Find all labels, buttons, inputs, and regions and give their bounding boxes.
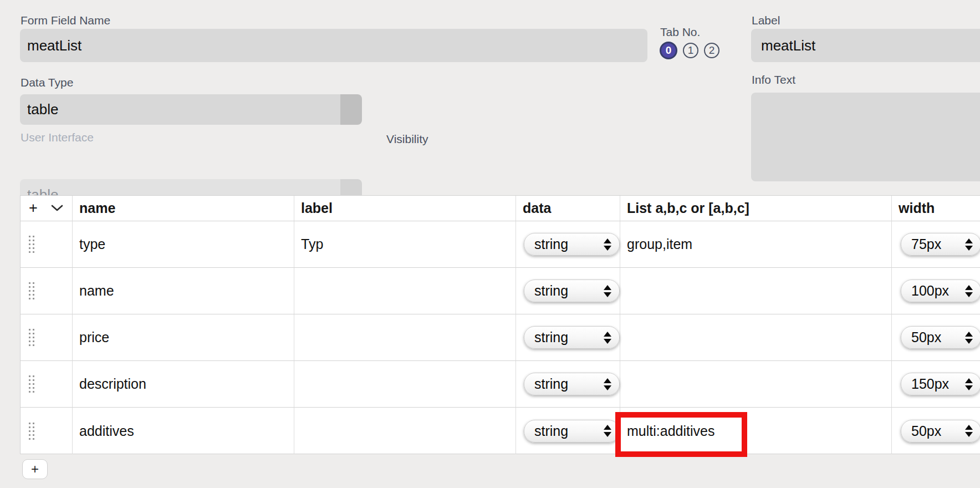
stepper-value: string	[534, 283, 568, 299]
cell-name[interactable]: type	[73, 221, 294, 268]
tab-no-group: 0 1 2	[660, 42, 719, 59]
cell-list[interactable]	[620, 361, 892, 408]
stepper-value: 100px	[911, 283, 949, 299]
drag-handle-icon[interactable]	[29, 329, 34, 346]
width-stepper[interactable]: 75px	[901, 233, 980, 256]
data-type-dropdown-strip	[340, 94, 362, 125]
stepper-value: 50px	[911, 329, 941, 345]
column-header-list: List a,b,c or [a,b,c]	[620, 196, 892, 221]
data-type-stepper[interactable]: string	[524, 326, 620, 349]
stepper-value: 75px	[911, 236, 941, 252]
columns-table: + name label data List a,b,c or [a,b,c] …	[20, 195, 980, 454]
drag-handle-icon[interactable]	[29, 236, 34, 253]
data-type-label: Data Type	[21, 76, 73, 89]
chevron-down-icon[interactable]	[51, 205, 63, 212]
stepper-arrows-icon	[604, 378, 611, 390]
cell-label[interactable]	[294, 408, 516, 454]
stepper-arrows-icon	[965, 425, 973, 437]
cell-width: 50px	[892, 408, 980, 454]
cell-list[interactable]: group,item	[620, 221, 892, 268]
cell-name[interactable]: description	[73, 361, 294, 408]
data-type-stepper[interactable]: string	[524, 373, 620, 395]
cell-width: 150px	[892, 361, 980, 408]
label-input[interactable]: meatList	[751, 29, 980, 62]
cell-name[interactable]: name	[73, 268, 294, 314]
stepper-arrows-icon	[604, 332, 611, 344]
cell-name[interactable]: additives	[73, 408, 294, 454]
cell-label[interactable]: Typ	[294, 221, 516, 268]
width-stepper[interactable]: 50px	[901, 420, 980, 443]
form-field-name-value: meatList	[27, 37, 81, 54]
cell-data: string	[516, 221, 620, 268]
cell-width: 75px	[892, 221, 980, 268]
column-header-name: name	[73, 196, 294, 221]
cell-label[interactable]	[294, 314, 516, 361]
tab-no-option-2[interactable]: 2	[704, 43, 719, 58]
cell-label[interactable]	[294, 268, 516, 314]
stepper-arrows-icon	[965, 378, 973, 390]
tab-no-option-1[interactable]: 1	[683, 43, 698, 58]
row-handle-cell	[21, 408, 73, 454]
cell-width: 50px	[892, 314, 980, 361]
cell-list-highlighted[interactable]: multi:additives	[620, 408, 892, 454]
stepper-arrows-icon	[965, 238, 973, 251]
width-stepper[interactable]: 100px	[901, 279, 980, 302]
drag-handle-icon[interactable]	[29, 375, 34, 393]
width-stepper[interactable]: 150px	[901, 373, 980, 395]
form-field-name-input[interactable]: meatList	[20, 29, 647, 62]
stepper-arrows-icon	[965, 285, 973, 297]
cell-list[interactable]	[620, 314, 892, 361]
cell-width: 100px	[892, 268, 980, 314]
drag-handle-icon[interactable]	[29, 423, 34, 440]
tab-no-label: Tab No.	[660, 26, 700, 39]
width-stepper[interactable]: 50px	[901, 326, 980, 349]
add-row-button[interactable]: +	[22, 459, 48, 479]
column-header-label: label	[294, 196, 516, 221]
row-handle-cell	[21, 221, 73, 268]
visibility-label: Visibility	[386, 133, 428, 146]
cell-name[interactable]: price	[73, 314, 294, 361]
info-text-label: Info Text	[752, 73, 795, 87]
stepper-arrows-icon	[604, 425, 611, 437]
data-type-select[interactable]: table	[20, 94, 362, 125]
column-header-data: data	[516, 196, 620, 221]
row-handle-cell	[21, 268, 73, 314]
cell-label[interactable]	[294, 361, 516, 408]
data-type-value: table	[27, 101, 58, 118]
cell-data: string	[516, 268, 620, 314]
stepper-value: string	[534, 423, 568, 439]
tab-no-option-0[interactable]: 0	[660, 42, 677, 59]
stepper-value: string	[534, 329, 568, 345]
table-toolbar-cell: +	[21, 196, 73, 221]
label-value: meatList	[758, 37, 815, 54]
data-type-stepper[interactable]: string	[524, 420, 620, 443]
stepper-value: string	[534, 236, 568, 252]
row-handle-cell	[21, 361, 73, 408]
cell-data: string	[516, 408, 620, 454]
label-label: Label	[752, 14, 780, 27]
column-header-width: width	[892, 196, 980, 221]
row-handle-cell	[21, 314, 73, 361]
stepper-value: 50px	[911, 423, 941, 439]
stepper-arrows-icon	[965, 332, 973, 344]
info-text-area[interactable]	[751, 93, 980, 181]
drag-handle-icon[interactable]	[29, 282, 34, 299]
cell-data: string	[516, 361, 620, 408]
stepper-arrows-icon	[604, 285, 611, 297]
user-interface-label: User Interface	[21, 131, 94, 144]
data-type-stepper[interactable]: string	[524, 279, 620, 302]
add-column-icon[interactable]: +	[29, 201, 38, 216]
data-type-stepper[interactable]: string	[524, 233, 620, 256]
cell-data: string	[516, 314, 620, 361]
cell-list[interactable]	[620, 268, 892, 314]
stepper-value: 150px	[911, 376, 949, 392]
stepper-value: string	[534, 376, 568, 392]
form-field-name-label: Form Field Name	[21, 14, 110, 27]
stepper-arrows-icon	[604, 238, 611, 251]
